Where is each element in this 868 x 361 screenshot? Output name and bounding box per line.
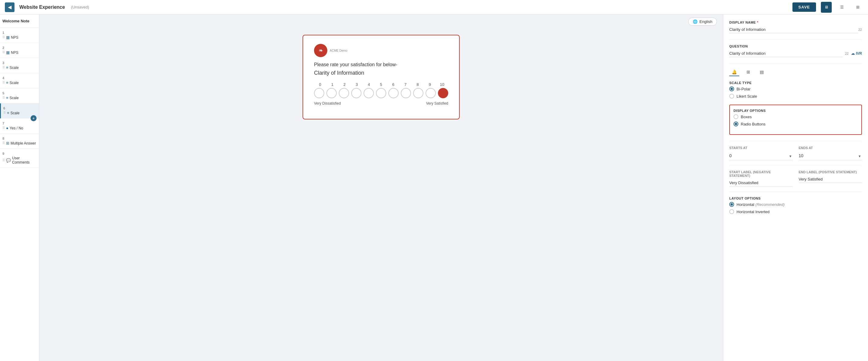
- item-icon-8: ⊞: [6, 141, 9, 145]
- horizontal-radio[interactable]: [729, 202, 734, 207]
- radio-buttons-radio[interactable]: [734, 122, 738, 126]
- display-name-section: DISPLAY NAME * 22: [729, 21, 862, 33]
- scale-num-8: 8: [412, 82, 424, 87]
- item-icon-3: ≡: [6, 65, 8, 70]
- item-num-2: 2: [2, 46, 4, 50]
- likert-radio[interactable]: [729, 94, 734, 98]
- monitor-icon: 🖥: [825, 5, 829, 9]
- menu-button[interactable]: ☰: [837, 2, 847, 13]
- display-name-input[interactable]: [729, 26, 858, 33]
- add-item-button[interactable]: +: [31, 115, 37, 121]
- layout-options-section: LAYOUT OPTIONS Horizontal (Recommended) …: [729, 197, 862, 214]
- question-input[interactable]: [729, 50, 843, 57]
- item-label-1: NPS: [11, 35, 19, 40]
- scale-circle-8[interactable]: [413, 88, 424, 98]
- survey-card: ❧ ACME Demo Please rate your satisfactio…: [303, 35, 460, 119]
- sidebar-item-9[interactable]: 9 ⠿ 💬 User Comments: [0, 149, 39, 168]
- starts-at-label: STARTS AT: [729, 146, 793, 150]
- item-label-8: Multiple Answer: [10, 141, 36, 145]
- drag-icon-2: ⠿: [2, 51, 5, 54]
- labels-row: START LABEL (NEGATIVE STATEMENT) END LAB…: [729, 170, 862, 186]
- main-layout: Welcome Note 1 ⠿ ▦ NPS 2 ⠿ ▦ NPS 3 ⠿ ≡ S…: [0, 14, 868, 361]
- boxes-radio[interactable]: [734, 114, 738, 119]
- scale-type-likert[interactable]: Likert Scale: [729, 94, 862, 98]
- layout-horizontal-inverted[interactable]: Horizontal Inverted: [729, 209, 862, 214]
- scale-circle-7[interactable]: [401, 88, 411, 98]
- item-num-4: 4: [2, 76, 4, 80]
- settings-tabs: 🔔 ⊞ ▤: [729, 68, 862, 76]
- end-label-input[interactable]: [799, 176, 862, 183]
- item-label-7: Yes / No: [10, 126, 23, 130]
- sidebar-item-5[interactable]: 5 ⠿ ≡ Scale: [0, 88, 39, 103]
- drag-icon-5: ⠿: [2, 96, 5, 100]
- content-toolbar: 🌐 English: [39, 14, 723, 29]
- tab-table[interactable]: ▤: [757, 68, 766, 76]
- scale-circles-row[interactable]: [314, 88, 448, 98]
- item-num-7: 7: [2, 122, 4, 125]
- menu-icon: ☰: [840, 5, 844, 9]
- sidebar: Welcome Note 1 ⠿ ▦ NPS 2 ⠿ ▦ NPS 3 ⠿ ≡ S…: [0, 14, 39, 361]
- end-label: Very Satisfied: [426, 101, 448, 106]
- start-label: Very Dissatisfied: [314, 101, 341, 106]
- horizontal-inverted-radio[interactable]: [729, 209, 734, 214]
- save-button[interactable]: SAVE: [793, 2, 816, 12]
- logo-circle: ❧: [314, 44, 327, 57]
- layout-horizontal[interactable]: Horizontal (Recommended): [729, 202, 862, 207]
- item-icon-5: ≡: [6, 95, 8, 100]
- sidebar-item-8[interactable]: 8 ⠿ ⊞ Multiple Answer: [0, 133, 39, 149]
- scale-circle-9[interactable]: [426, 88, 436, 98]
- item-num-9: 9: [2, 152, 4, 155]
- question-char: 22: [845, 52, 849, 55]
- survey-logo: ❧ ACME Demo: [314, 44, 448, 57]
- sidebar-item-6[interactable]: 6 ⠿ ≡ Scale +: [0, 103, 39, 119]
- item-label-4: Scale: [10, 81, 19, 85]
- scale-circle-1[interactable]: [327, 88, 337, 98]
- display-boxes[interactable]: Boxes: [734, 114, 858, 119]
- scale-circle-0[interactable]: [314, 88, 324, 98]
- bipolar-radio[interactable]: [729, 87, 734, 91]
- item-icon-9: 💬: [6, 158, 11, 163]
- display-name-label: DISPLAY NAME *: [729, 21, 862, 24]
- sidebar-item-3[interactable]: 3 ⠿ ≡ Scale: [0, 58, 39, 73]
- scale-circle-2[interactable]: [339, 88, 349, 98]
- scale-circle-10[interactable]: [438, 88, 448, 98]
- scale-end-labels: Very Dissatisfied Very Satisfied: [314, 101, 448, 106]
- drag-icon-8: ⠿: [2, 141, 5, 145]
- drag-icon-3: ⠿: [2, 66, 5, 69]
- question-label: QUESTION: [729, 44, 862, 48]
- ivr-button[interactable]: ☁ IVR: [851, 51, 862, 56]
- sidebar-item-1[interactable]: 1 ⠿ ▦ NPS: [0, 28, 39, 43]
- sidebar-item-2[interactable]: 2 ⠿ ▦ NPS: [0, 43, 39, 58]
- app-header: ◀ Website Experience (Unsaved) SAVE 🖥 ☰ …: [0, 0, 868, 14]
- tab-grid[interactable]: ⊞: [744, 68, 752, 76]
- item-label-3: Scale: [10, 66, 19, 70]
- scale-circle-3[interactable]: [351, 88, 362, 98]
- sidebar-item-4[interactable]: 4 ⠿ ≡ Scale: [0, 73, 39, 88]
- question-value-row: 22 ☁ IVR: [729, 50, 862, 57]
- ends-at-select[interactable]: 10 5: [799, 151, 862, 160]
- item-label-9: User Comments: [12, 156, 37, 164]
- scale-type-bipolar[interactable]: Bi-Polar: [729, 87, 862, 91]
- starts-at-select[interactable]: 0 1: [729, 151, 793, 160]
- scale-circle-6[interactable]: [389, 88, 399, 98]
- app-title: Website Experience: [19, 4, 65, 10]
- scale-num-5: 5: [375, 82, 387, 87]
- content-area: 🌐 English ❧ ACME Demo Please rate your s…: [39, 14, 723, 361]
- language-button[interactable]: 🌐 English: [688, 18, 717, 26]
- start-label-input[interactable]: [729, 179, 793, 186]
- starts-ends-row: STARTS AT 0 1 ENDS AT 10 5: [729, 146, 862, 160]
- display-options-section: DISPLAY OPTIONS Boxes Radio Buttons: [729, 104, 862, 135]
- tab-bell[interactable]: 🔔: [729, 68, 739, 76]
- display-options-group: Boxes Radio Buttons: [734, 114, 858, 126]
- scale-circle-4[interactable]: [364, 88, 374, 98]
- network-icon: ⊞: [856, 5, 860, 9]
- network-button[interactable]: ⊞: [852, 2, 863, 13]
- display-radio-buttons[interactable]: Radio Buttons: [734, 122, 858, 126]
- layout-options-label: LAYOUT OPTIONS: [729, 197, 862, 200]
- scale-circle-5[interactable]: [376, 88, 386, 98]
- back-button[interactable]: ◀: [5, 2, 14, 12]
- drag-icon-9: ⠿: [2, 158, 5, 162]
- sidebar-welcome: Welcome Note: [0, 14, 39, 28]
- monitor-button[interactable]: 🖥: [821, 2, 832, 13]
- scale-num-3: 3: [350, 82, 363, 87]
